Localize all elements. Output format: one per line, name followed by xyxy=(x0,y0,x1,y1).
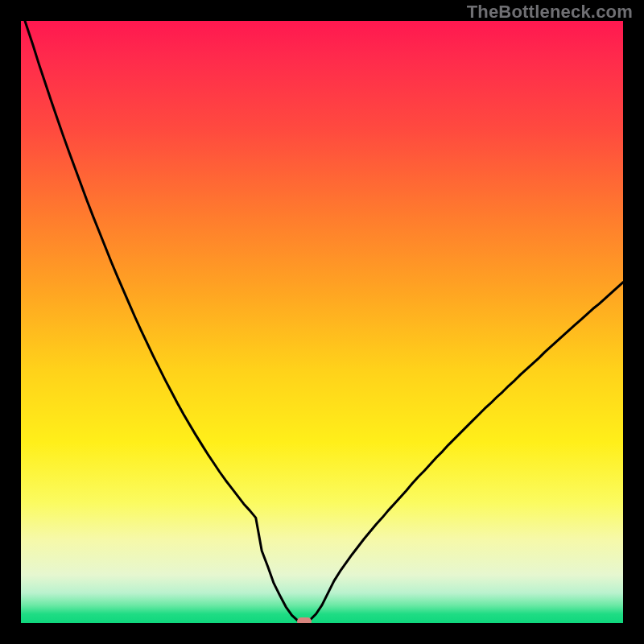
outer-frame: TheBottleneck.com xyxy=(0,0,644,644)
watermark-text: TheBottleneck.com xyxy=(467,2,633,23)
curve-svg xyxy=(21,21,623,623)
plot-area xyxy=(21,21,623,623)
min-point-marker xyxy=(297,617,312,623)
bottleneck-curve xyxy=(21,21,623,623)
